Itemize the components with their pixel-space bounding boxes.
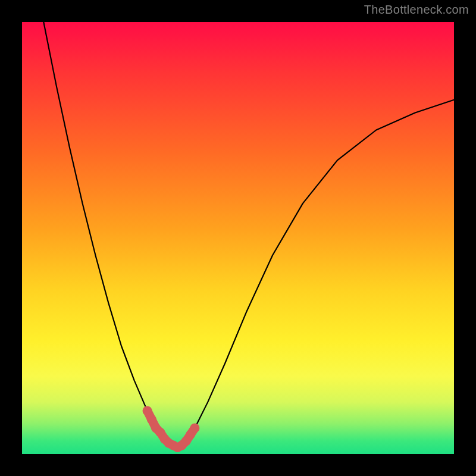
chart-frame: TheBottleneck.com (0, 0, 476, 476)
curve-path (43, 22, 454, 447)
plot-svg (22, 22, 454, 454)
valley-marker-dot (190, 423, 199, 433)
watermark-label: TheBottleneck.com (364, 3, 469, 17)
valley-markers (143, 406, 200, 452)
bottleneck-curve (43, 22, 454, 447)
valley-marker-dot (143, 406, 152, 415)
valley-marker-dot (147, 415, 156, 424)
plot-area (22, 22, 454, 454)
